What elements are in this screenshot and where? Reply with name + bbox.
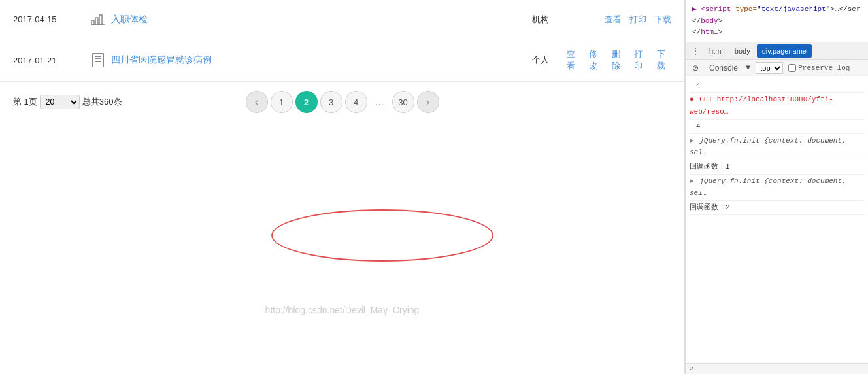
total-label: 总共360条 <box>82 96 122 108</box>
preserve-log-text: Preserve log <box>798 64 850 72</box>
stop-recording-btn[interactable]: ⊘ <box>690 62 701 74</box>
preserve-log-checkbox[interactable] <box>788 64 796 72</box>
val-type: "text/javascript" <box>757 5 830 13</box>
pagination-area: 第 1页 20 50 100 总共360条 ‹ 1 2 3 4 … 30 › <box>0 82 684 116</box>
row2-actions: 查看 修改 删除 打印 下载 <box>567 48 671 72</box>
oval-highlight <box>271 209 493 262</box>
expand-arrow-1: ▶ <box>690 137 694 144</box>
console-line-2: 4 <box>690 120 864 134</box>
error-text: GET <box>699 95 716 103</box>
row2-print-btn[interactable]: 打印 <box>634 48 648 72</box>
chart-icon <box>91 14 105 26</box>
more-options-btn[interactable]: ⋮ <box>688 43 703 60</box>
main-content: 2017-04-15 入职体检 机构 查看 打印 下载 2017-01-21 四… <box>0 0 685 374</box>
row2-view-btn[interactable]: 查看 <box>567 48 581 72</box>
console-line-callback2: 回调函数：2 <box>690 201 864 215</box>
jquery-init-1: jQuery.fn.init {context: document, sel… <box>690 137 846 157</box>
row1-download-btn[interactable]: 下载 <box>654 14 671 26</box>
num-1: 4 <box>696 82 701 90</box>
row2-date: 2017-01-21 <box>13 56 85 65</box>
console-line-error: ● GET http://localhost:8080/yfti-web/res… <box>690 93 864 119</box>
table-row: 2017-04-15 入职体检 机构 查看 打印 下载 <box>0 0 684 39</box>
callback-text-2: 回调函数：2 <box>690 203 730 211</box>
devtools-code: ▶ <script type="text/javascript">…</scr … <box>686 0 868 43</box>
watermark: http://blog.csdn.net/Devil_May_Crying <box>265 305 420 315</box>
prev-page-btn[interactable]: ‹ <box>246 91 268 113</box>
row1-title[interactable]: 入职体检 <box>111 14 514 26</box>
console-line-1: 4 <box>690 79 864 94</box>
page-3-btn[interactable]: 3 <box>320 91 342 113</box>
tab-div-pagename[interactable]: div.pagename <box>757 44 812 58</box>
svg-rect-1 <box>95 18 98 25</box>
row1-view-btn[interactable]: 查看 <box>605 14 622 26</box>
code-line-1: ▶ <script type="text/javascript">…</scr <box>692 4 861 16</box>
row2-download-btn[interactable]: 下载 <box>657 48 671 72</box>
row1-icon <box>85 14 111 26</box>
page-4-btn[interactable]: 4 <box>345 91 367 113</box>
page-size-select[interactable]: 20 50 100 <box>40 95 80 109</box>
filter-icon: ▼ <box>746 63 750 73</box>
row1-print-btn[interactable]: 打印 <box>629 14 646 26</box>
prompt-arrow: > <box>690 365 694 373</box>
row1-type: 机构 <box>514 14 567 26</box>
next-page-btn[interactable]: › <box>417 91 439 113</box>
page-info: 第 1页 20 50 100 总共360条 <box>13 95 122 109</box>
row2-type: 个人 <box>514 54 567 66</box>
preserve-log-label: Preserve log <box>788 64 850 72</box>
page-ellipsis: … <box>370 91 390 113</box>
code-ellipsis: >…</scr <box>830 5 860 13</box>
svg-rect-0 <box>92 20 94 25</box>
tag-html: html <box>701 28 718 36</box>
console-line-jquery2[interactable]: ▶ jQuery.fn.init {context: document, sel… <box>690 175 864 201</box>
num-2: 4 <box>696 122 701 130</box>
console-line-callback1: 回调函数：1 <box>690 160 864 175</box>
attr-type: type= <box>735 5 757 13</box>
console-prompt: > <box>686 363 868 374</box>
code-line-3: </html> <box>692 27 861 39</box>
row2-edit-btn[interactable]: 修改 <box>589 48 603 72</box>
row1-date: 2017-04-15 <box>13 14 85 24</box>
tab-body[interactable]: body <box>729 44 756 58</box>
console-line-jquery1[interactable]: ▶ jQuery.fn.init {context: document, sel… <box>690 134 864 160</box>
tag-body: body <box>701 17 718 25</box>
row2-title[interactable]: 四川省医院感冒就诊病例 <box>111 54 514 66</box>
error-icon: ● <box>690 95 694 103</box>
row2-icon <box>85 53 111 67</box>
jquery-init-2: jQuery.fn.init {context: document, sel… <box>690 177 846 197</box>
callback-text-1: 回调函数：1 <box>690 163 730 171</box>
code-line-2: </body> <box>692 16 861 27</box>
tab-html[interactable]: html <box>704 44 728 58</box>
page-30-btn[interactable]: 30 <box>392 91 414 113</box>
console-tab[interactable]: Console <box>707 62 741 74</box>
console-output: 4 ● GET http://localhost:8080/yfti-web/r… <box>686 76 868 363</box>
console-toolbar: ⊘ Console ▼ top Preserve log <box>686 60 868 76</box>
page-2-btn[interactable]: 2 <box>295 91 318 113</box>
expand-arrow-2: ▶ <box>690 177 694 185</box>
svg-rect-2 <box>99 15 102 25</box>
row2-delete-btn[interactable]: 删除 <box>612 48 626 72</box>
pagination-wrapper: ‹ 1 2 3 4 … 30 › <box>246 91 439 113</box>
context-select[interactable]: top <box>756 62 783 74</box>
table-row: 2017-01-21 四川省医院感冒就诊病例 个人 查看 修改 删除 打印 下载 <box>0 39 684 82</box>
devtools-panel: ▶ <script type="text/javascript">…</scr … <box>685 0 868 374</box>
current-page-label: 第 1页 <box>13 96 37 108</box>
pagination: ‹ 1 2 3 4 … 30 › <box>246 91 439 113</box>
tag-script: ▶ <script <box>692 5 735 13</box>
row1-actions: 查看 打印 下载 <box>567 14 671 26</box>
doc-icon <box>92 53 104 67</box>
page-1-btn[interactable]: 1 <box>271 91 293 113</box>
devtools-breadcrumb: ⋮ html body div.pagename <box>686 43 868 60</box>
